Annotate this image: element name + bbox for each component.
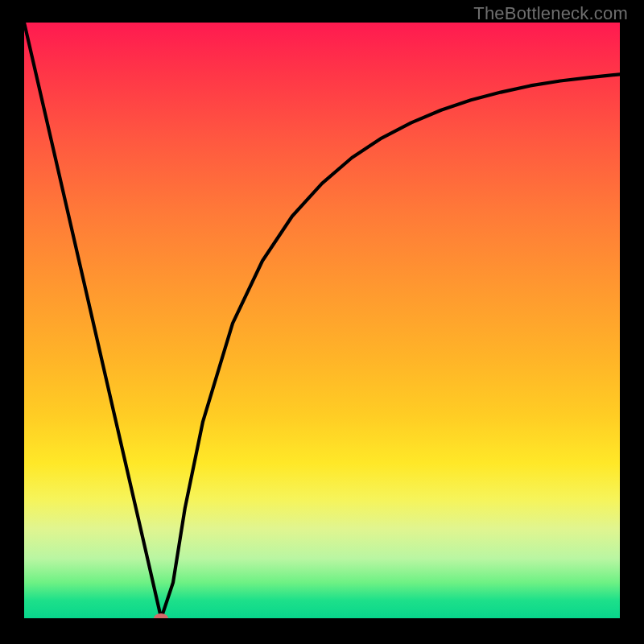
- bottleneck-curve: [24, 23, 620, 618]
- minimum-marker: [154, 613, 168, 618]
- curve-path: [24, 23, 620, 618]
- chart-frame: TheBottleneck.com: [0, 0, 644, 644]
- watermark-text: TheBottleneck.com: [473, 3, 628, 24]
- plot-area: [24, 23, 620, 618]
